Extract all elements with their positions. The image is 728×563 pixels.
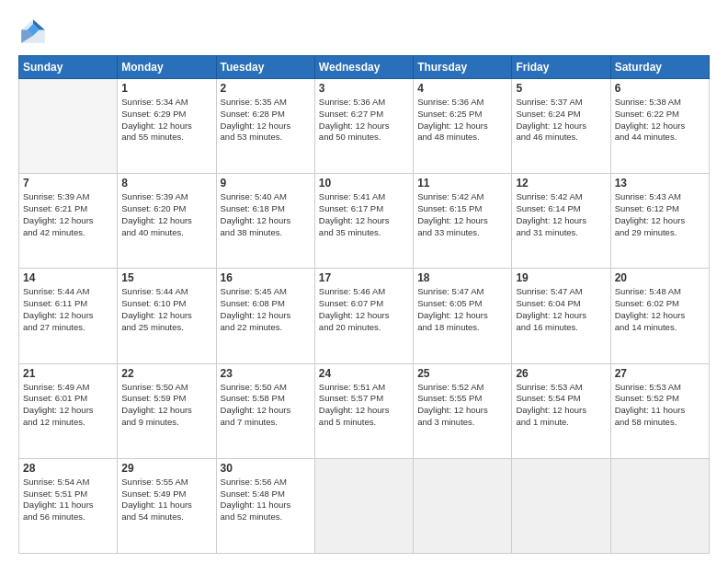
day-number: 17 (319, 271, 409, 284)
day-info: Sunrise: 5:53 AM Sunset: 5:52 PM Dayligh… (615, 382, 705, 429)
calendar-cell: 3Sunrise: 5:36 AM Sunset: 6:27 PM Daylig… (314, 79, 413, 174)
day-info: Sunrise: 5:36 AM Sunset: 6:27 PM Dayligh… (319, 97, 409, 144)
calendar-cell: 14Sunrise: 5:44 AM Sunset: 6:11 PM Dayli… (19, 269, 118, 363)
calendar-cell: 22Sunrise: 5:50 AM Sunset: 5:59 PM Dayli… (118, 363, 216, 458)
calendar-cell: 29Sunrise: 5:55 AM Sunset: 5:49 PM Dayli… (118, 458, 216, 553)
day-number: 20 (615, 271, 705, 284)
calendar-table: SundayMondayTuesdayWednesdayThursdayFrid… (18, 55, 710, 554)
day-number: 1 (121, 82, 211, 95)
col-header-wednesday: Wednesday (314, 56, 413, 79)
day-number: 24 (319, 367, 409, 380)
day-info: Sunrise: 5:40 AM Sunset: 6:18 PM Dayligh… (221, 191, 311, 238)
calendar-cell (610, 458, 709, 553)
calendar-cell: 23Sunrise: 5:50 AM Sunset: 5:58 PM Dayli… (216, 363, 314, 458)
day-info: Sunrise: 5:55 AM Sunset: 5:49 PM Dayligh… (121, 477, 211, 523)
day-info: Sunrise: 5:39 AM Sunset: 6:21 PM Dayligh… (23, 191, 113, 238)
col-header-tuesday: Tuesday (216, 56, 314, 79)
logo-icon (18, 17, 48, 46)
logo (18, 17, 51, 46)
calendar-cell: 17Sunrise: 5:46 AM Sunset: 6:07 PM Dayli… (314, 269, 413, 363)
day-info: Sunrise: 5:52 AM Sunset: 5:55 PM Dayligh… (417, 382, 507, 429)
col-header-friday: Friday (512, 56, 610, 79)
day-info: Sunrise: 5:37 AM Sunset: 6:24 PM Dayligh… (516, 97, 606, 144)
calendar-cell (19, 79, 118, 174)
day-number: 26 (516, 367, 606, 380)
header (18, 17, 710, 46)
calendar-cell: 21Sunrise: 5:49 AM Sunset: 6:01 PM Dayli… (19, 363, 118, 458)
day-info: Sunrise: 5:42 AM Sunset: 6:14 PM Dayligh… (516, 191, 606, 238)
day-number: 28 (23, 462, 113, 475)
day-info: Sunrise: 5:39 AM Sunset: 6:20 PM Dayligh… (121, 191, 211, 238)
calendar-cell: 27Sunrise: 5:53 AM Sunset: 5:52 PM Dayli… (610, 363, 709, 458)
day-number: 16 (221, 271, 311, 284)
calendar-cell: 26Sunrise: 5:53 AM Sunset: 5:54 PM Dayli… (512, 363, 610, 458)
page: SundayMondayTuesdayWednesdayThursdayFrid… (0, 0, 728, 563)
day-info: Sunrise: 5:36 AM Sunset: 6:25 PM Dayligh… (417, 97, 507, 144)
calendar-cell: 9Sunrise: 5:40 AM Sunset: 6:18 PM Daylig… (216, 174, 314, 269)
calendar-cell: 4Sunrise: 5:36 AM Sunset: 6:25 PM Daylig… (414, 79, 512, 174)
day-number: 29 (121, 462, 211, 475)
day-number: 7 (23, 177, 113, 190)
col-header-saturday: Saturday (610, 56, 709, 79)
day-info: Sunrise: 5:56 AM Sunset: 5:48 PM Dayligh… (221, 477, 311, 523)
col-header-thursday: Thursday (414, 56, 512, 79)
day-info: Sunrise: 5:38 AM Sunset: 6:22 PM Dayligh… (615, 97, 705, 144)
day-number: 3 (319, 82, 409, 95)
calendar-cell: 18Sunrise: 5:47 AM Sunset: 6:05 PM Dayli… (414, 269, 512, 363)
day-info: Sunrise: 5:51 AM Sunset: 5:57 PM Dayligh… (319, 382, 409, 429)
calendar-week-4: 21Sunrise: 5:49 AM Sunset: 6:01 PM Dayli… (19, 363, 710, 458)
day-info: Sunrise: 5:44 AM Sunset: 6:10 PM Dayligh… (121, 286, 211, 333)
day-info: Sunrise: 5:54 AM Sunset: 5:51 PM Dayligh… (23, 477, 113, 523)
calendar-cell: 25Sunrise: 5:52 AM Sunset: 5:55 PM Dayli… (414, 363, 512, 458)
day-info: Sunrise: 5:47 AM Sunset: 6:05 PM Dayligh… (417, 286, 507, 333)
day-number: 8 (121, 177, 211, 190)
calendar-cell: 7Sunrise: 5:39 AM Sunset: 6:21 PM Daylig… (19, 174, 118, 269)
day-number: 10 (319, 177, 409, 190)
day-number: 11 (417, 177, 507, 190)
day-number: 23 (221, 367, 311, 380)
day-number: 15 (121, 271, 211, 284)
calendar-cell: 19Sunrise: 5:47 AM Sunset: 6:04 PM Dayli… (512, 269, 610, 363)
day-info: Sunrise: 5:47 AM Sunset: 6:04 PM Dayligh… (516, 286, 606, 333)
calendar-cell: 10Sunrise: 5:41 AM Sunset: 6:17 PM Dayli… (314, 174, 413, 269)
calendar-week-3: 14Sunrise: 5:44 AM Sunset: 6:11 PM Dayli… (19, 269, 710, 363)
day-number: 12 (516, 177, 606, 190)
day-number: 2 (221, 82, 311, 95)
day-info: Sunrise: 5:42 AM Sunset: 6:15 PM Dayligh… (417, 191, 507, 238)
calendar-cell: 6Sunrise: 5:38 AM Sunset: 6:22 PM Daylig… (610, 79, 709, 174)
day-number: 6 (615, 82, 705, 95)
day-info: Sunrise: 5:50 AM Sunset: 5:59 PM Dayligh… (121, 382, 211, 429)
day-number: 13 (615, 177, 705, 190)
day-number: 22 (121, 367, 211, 380)
calendar-cell: 20Sunrise: 5:48 AM Sunset: 6:02 PM Dayli… (610, 269, 709, 363)
calendar-cell: 12Sunrise: 5:42 AM Sunset: 6:14 PM Dayli… (512, 174, 610, 269)
day-info: Sunrise: 5:46 AM Sunset: 6:07 PM Dayligh… (319, 286, 409, 333)
calendar-cell: 15Sunrise: 5:44 AM Sunset: 6:10 PM Dayli… (118, 269, 216, 363)
col-header-monday: Monday (118, 56, 216, 79)
calendar-week-1: 1Sunrise: 5:34 AM Sunset: 6:29 PM Daylig… (19, 79, 710, 174)
day-info: Sunrise: 5:41 AM Sunset: 6:17 PM Dayligh… (319, 191, 409, 238)
calendar-cell: 5Sunrise: 5:37 AM Sunset: 6:24 PM Daylig… (512, 79, 610, 174)
day-number: 27 (615, 367, 705, 380)
day-info: Sunrise: 5:49 AM Sunset: 6:01 PM Dayligh… (23, 382, 113, 429)
calendar-cell: 11Sunrise: 5:42 AM Sunset: 6:15 PM Dayli… (414, 174, 512, 269)
day-number: 19 (516, 271, 606, 284)
calendar-header-row: SundayMondayTuesdayWednesdayThursdayFrid… (19, 56, 710, 79)
day-number: 5 (516, 82, 606, 95)
calendar-cell: 30Sunrise: 5:56 AM Sunset: 5:48 PM Dayli… (216, 458, 314, 553)
calendar-cell (314, 458, 413, 553)
calendar-cell: 8Sunrise: 5:39 AM Sunset: 6:20 PM Daylig… (118, 174, 216, 269)
day-number: 4 (417, 82, 507, 95)
calendar-cell: 13Sunrise: 5:43 AM Sunset: 6:12 PM Dayli… (610, 174, 709, 269)
day-number: 25 (417, 367, 507, 380)
day-info: Sunrise: 5:45 AM Sunset: 6:08 PM Dayligh… (221, 286, 311, 333)
calendar-week-5: 28Sunrise: 5:54 AM Sunset: 5:51 PM Dayli… (19, 458, 710, 553)
calendar-cell (512, 458, 610, 553)
day-info: Sunrise: 5:35 AM Sunset: 6:28 PM Dayligh… (221, 97, 311, 144)
day-info: Sunrise: 5:53 AM Sunset: 5:54 PM Dayligh… (516, 382, 606, 429)
day-info: Sunrise: 5:43 AM Sunset: 6:12 PM Dayligh… (615, 191, 705, 238)
day-number: 21 (23, 367, 113, 380)
day-number: 14 (23, 271, 113, 284)
calendar-week-2: 7Sunrise: 5:39 AM Sunset: 6:21 PM Daylig… (19, 174, 710, 269)
calendar-cell: 1Sunrise: 5:34 AM Sunset: 6:29 PM Daylig… (118, 79, 216, 174)
